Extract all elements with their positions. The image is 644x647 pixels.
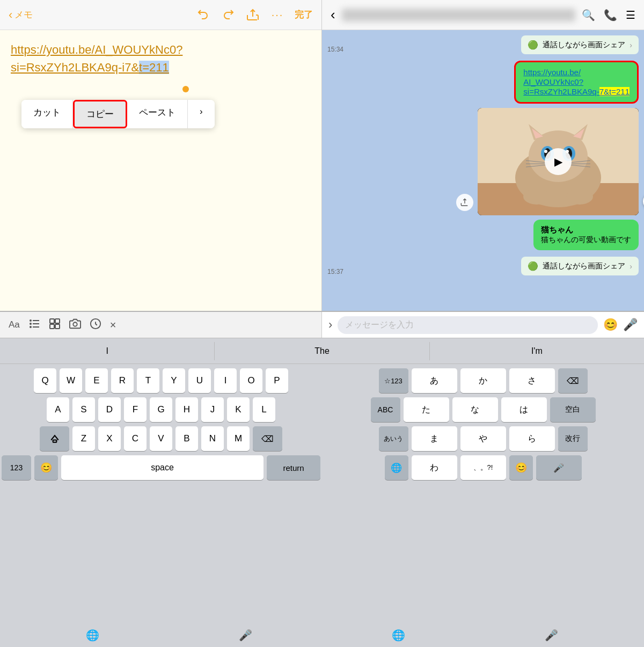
key-c[interactable]: C: [124, 426, 147, 451]
key-r[interactable]: R: [111, 368, 134, 393]
emoji-button-right[interactable]: 😊: [509, 455, 533, 480]
message-input[interactable]: メッセージを入力: [338, 316, 598, 334]
screen-share-bar-2[interactable]: 🟢 通話しながら画面シェア ›: [521, 257, 639, 275]
chevron-right-icon-2: ›: [630, 262, 632, 271]
key-o[interactable]: O: [240, 368, 262, 393]
mic-button-right[interactable]: 🎤: [536, 455, 582, 480]
cat-title: 猫ちゃん: [541, 225, 631, 235]
num-switch-button[interactable]: ☆123: [379, 368, 408, 393]
suggestion-1[interactable]: I: [0, 342, 215, 360]
key-sa-jp[interactable]: さ: [509, 368, 555, 393]
key-s[interactable]: S: [72, 397, 95, 422]
keyboard: Q W E R T Y U I O P A S D F G H J K: [0, 364, 644, 623]
list-icon[interactable]: [28, 318, 40, 332]
key-j[interactable]: J: [201, 397, 224, 422]
expand-icon[interactable]: ›: [328, 318, 332, 332]
screen-share-bar-1[interactable]: 🟢 通話しながら画面シェア ›: [521, 35, 639, 54]
jp-delete-button[interactable]: ⌫: [558, 368, 588, 393]
key-v[interactable]: V: [150, 426, 172, 451]
share-video-button[interactable]: [456, 194, 473, 211]
numbers-button[interactable]: 123: [2, 455, 31, 480]
key-t[interactable]: T: [137, 368, 159, 393]
return-jp-button[interactable]: 改行: [558, 426, 588, 451]
redo-button[interactable]: [221, 8, 236, 23]
key-q[interactable]: Q: [34, 368, 56, 393]
phone-icon[interactable]: 📞: [604, 9, 617, 21]
key-e[interactable]: E: [85, 368, 108, 393]
url-text-line: https://youtu.be/ AI_WOUYkNc0? si=RsxZYh…: [523, 68, 630, 96]
return-button[interactable]: return: [267, 455, 320, 480]
key-ya-jp[interactable]: や: [460, 426, 506, 451]
key-z[interactable]: Z: [72, 426, 95, 451]
input-bar: Aa × › メッセージを入力 😊 🎤: [0, 311, 644, 338]
search-icon[interactable]: 🔍: [582, 9, 595, 21]
undo-button[interactable]: [196, 8, 211, 23]
key-ta-jp[interactable]: た: [404, 397, 449, 422]
key-punct-jp[interactable]: 、。?!: [460, 455, 506, 480]
abc-switch-button[interactable]: ABC: [371, 397, 400, 422]
space-jp-button[interactable]: 空白: [550, 397, 596, 422]
mic-icon-right[interactable]: 🎤: [545, 629, 558, 642]
grid-icon[interactable]: [49, 318, 61, 332]
key-u[interactable]: U: [188, 368, 211, 393]
key-x[interactable]: X: [98, 426, 121, 451]
delete-button[interactable]: ⌫: [253, 426, 282, 451]
key-g[interactable]: G: [150, 397, 172, 422]
key-a[interactable]: A: [47, 397, 69, 422]
key-i[interactable]: I: [214, 368, 237, 393]
key-wa-jp[interactable]: わ: [412, 455, 457, 480]
line-toolbar: ‹ 🔍 📞 ☰: [322, 0, 644, 30]
menu-icon[interactable]: ☰: [626, 9, 635, 21]
svg-point-23: [523, 188, 550, 205]
key-ka-jp[interactable]: か: [460, 368, 506, 393]
done-button[interactable]: 完了: [295, 9, 313, 21]
globe-button-right[interactable]: 🌐: [385, 455, 408, 480]
close-icon[interactable]: ×: [110, 319, 116, 331]
play-button[interactable]: ▶: [545, 148, 572, 175]
notes-content: https://youtu.be/AI_WOUYkNc0? si=RsxZYh2…: [0, 30, 321, 311]
video-preview[interactable]: ▶: [478, 108, 639, 215]
copy-button[interactable]: コピー: [73, 100, 127, 128]
key-ra-jp[interactable]: ら: [509, 426, 555, 451]
chevron-right-icon: ›: [630, 41, 632, 49]
suggestion-3[interactable]: I'm: [430, 342, 644, 360]
globe-icon-left[interactable]: 🌐: [86, 629, 99, 642]
globe-icon-center[interactable]: 🌐: [392, 629, 405, 642]
back-button[interactable]: ‹ メモ: [9, 8, 33, 22]
key-n[interactable]: N: [201, 426, 224, 451]
key-na-jp[interactable]: な: [452, 397, 498, 422]
svg-point-30: [30, 326, 32, 328]
svg-rect-34: [50, 324, 54, 329]
share-button[interactable]: [245, 8, 260, 23]
key-ha-jp[interactable]: は: [501, 397, 547, 422]
emoji-keyboard-button[interactable]: 😊: [34, 455, 58, 480]
cut-button[interactable]: カット: [21, 100, 73, 128]
aiueo-button[interactable]: あいう: [379, 426, 408, 451]
emoji-button[interactable]: 😊: [603, 318, 618, 332]
key-ma-jp[interactable]: ま: [412, 426, 457, 451]
space-button[interactable]: space: [61, 455, 264, 480]
japanese-keyboard: ☆123 あ か さ ⌫ ABC た な は 空白 あいう ま や ら 改行: [322, 364, 644, 623]
key-h[interactable]: H: [175, 397, 198, 422]
chat-title-blurred: [342, 9, 575, 21]
mic-button[interactable]: 🎤: [623, 318, 638, 332]
key-y[interactable]: Y: [163, 368, 185, 393]
key-w[interactable]: W: [60, 368, 82, 393]
camera-icon[interactable]: [69, 318, 81, 332]
line-back-button[interactable]: ‹: [331, 6, 335, 23]
key-f[interactable]: F: [124, 397, 147, 422]
key-l[interactable]: L: [253, 397, 275, 422]
suggestion-2[interactable]: The: [215, 342, 429, 360]
key-m[interactable]: M: [227, 426, 250, 451]
key-p[interactable]: P: [266, 368, 288, 393]
more-context-button[interactable]: ›: [188, 100, 215, 128]
mic-icon-left[interactable]: 🎤: [239, 629, 252, 642]
pen-icon[interactable]: [90, 318, 101, 332]
key-b[interactable]: B: [175, 426, 198, 451]
paste-button[interactable]: ペースト: [127, 100, 188, 128]
shift-button[interactable]: [40, 426, 69, 451]
key-k[interactable]: K: [227, 397, 250, 422]
key-d[interactable]: D: [98, 397, 121, 422]
key-a-jp[interactable]: あ: [412, 368, 457, 393]
more-button[interactable]: ···: [270, 8, 285, 23]
